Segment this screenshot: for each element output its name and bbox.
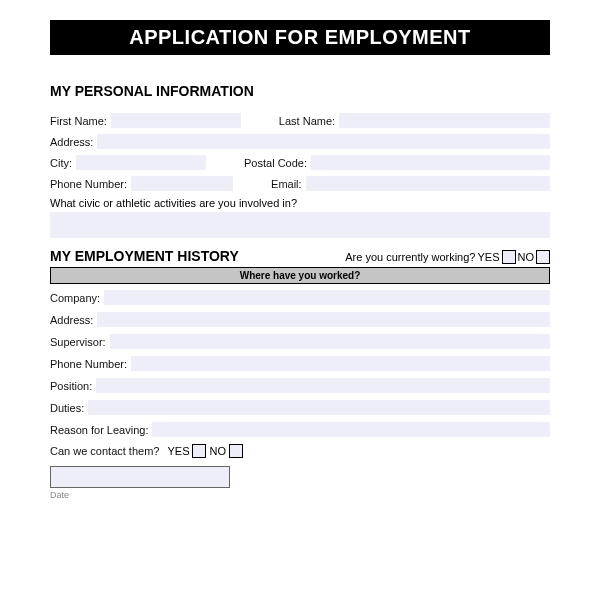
contact-yes-checkbox[interactable]: [192, 444, 206, 458]
activities-field[interactable]: [50, 212, 550, 238]
currently-working-no-checkbox[interactable]: [536, 250, 550, 264]
contact-no-checkbox[interactable]: [229, 444, 243, 458]
activities-label: What civic or athletic activities are yo…: [50, 197, 550, 209]
date-field[interactable]: [50, 466, 230, 488]
position-field[interactable]: [96, 378, 550, 393]
city-field[interactable]: [76, 155, 206, 170]
city-label: City:: [50, 157, 72, 169]
yes-label: YES: [477, 251, 499, 263]
emp-phone-field[interactable]: [131, 356, 550, 371]
postal-label: Postal Code:: [244, 157, 307, 169]
emp-address-field[interactable]: [97, 312, 550, 327]
address-field[interactable]: [97, 134, 550, 149]
first-name-field[interactable]: [111, 113, 241, 128]
contact-no-label: NO: [209, 445, 226, 457]
section-employment-title: MY EMPLOYMENT HISTORY: [50, 248, 239, 264]
page-title-banner: APPLICATION FOR EMPLOYMENT: [50, 20, 550, 55]
address-label: Address:: [50, 136, 93, 148]
duties-field[interactable]: [88, 400, 550, 415]
supervisor-field[interactable]: [110, 334, 550, 349]
company-label: Company:: [50, 292, 100, 304]
currently-working-label: Are you currently working?: [345, 251, 475, 263]
emp-address-label: Address:: [50, 314, 93, 326]
phone-field[interactable]: [131, 176, 233, 191]
reason-field[interactable]: [152, 422, 550, 437]
postal-field[interactable]: [311, 155, 550, 170]
supervisor-label: Supervisor:: [50, 336, 106, 348]
phone-label: Phone Number:: [50, 178, 127, 190]
last-name-label: Last Name:: [279, 115, 335, 127]
no-label: NO: [518, 251, 535, 263]
where-worked-bar: Where have you worked?: [50, 267, 550, 284]
contact-label: Can we contact them?: [50, 445, 159, 457]
last-name-field[interactable]: [339, 113, 550, 128]
currently-working-yes-checkbox[interactable]: [502, 250, 516, 264]
date-label: Date: [50, 490, 550, 500]
section-personal-title: MY PERSONAL INFORMATION: [50, 83, 550, 99]
contact-yes-label: YES: [167, 445, 189, 457]
first-name-label: First Name:: [50, 115, 107, 127]
emp-phone-label: Phone Number:: [50, 358, 127, 370]
reason-label: Reason for Leaving:: [50, 424, 148, 436]
email-field[interactable]: [306, 176, 550, 191]
email-label: Email:: [271, 178, 302, 190]
duties-label: Duties:: [50, 402, 84, 414]
position-label: Position:: [50, 380, 92, 392]
company-field[interactable]: [104, 290, 550, 305]
